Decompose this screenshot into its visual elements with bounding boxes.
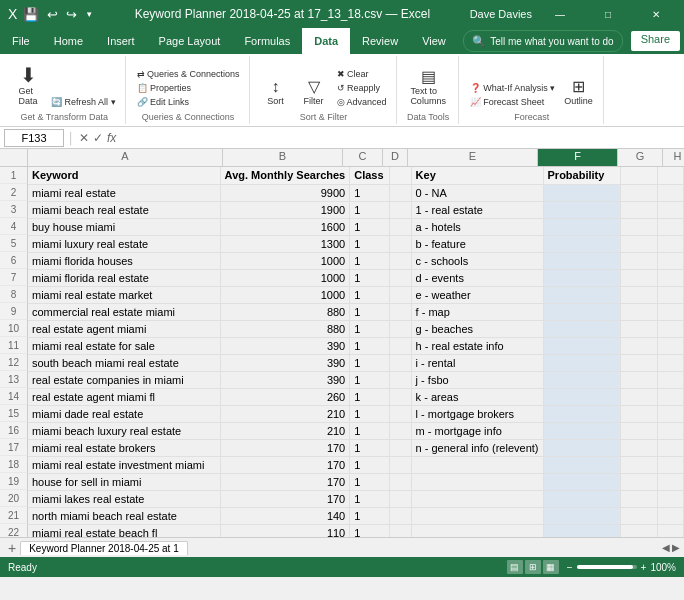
cell-A-13[interactable]: real estate companies in miami — [28, 371, 220, 388]
cell-F-5[interactable] — [543, 235, 620, 252]
cell-G-21[interactable] — [620, 507, 658, 524]
cell-G-8[interactable] — [620, 286, 658, 303]
refresh-all-button[interactable]: 🔄 Refresh All ▾ — [48, 96, 119, 108]
cell-D-18[interactable] — [389, 456, 411, 473]
maximize-button[interactable]: □ — [588, 0, 628, 28]
cell-H-1[interactable] — [658, 167, 684, 184]
cell-F-10[interactable] — [543, 320, 620, 337]
row-num-2[interactable]: 2 — [0, 184, 28, 201]
cell-G-22[interactable] — [620, 524, 658, 537]
cell-A-8[interactable]: miami real estate market — [28, 286, 220, 303]
cell-E-11[interactable]: h - real estate info — [411, 337, 543, 354]
cell-E-18[interactable] — [411, 456, 543, 473]
cell-C-8[interactable]: 1 — [350, 286, 390, 303]
cell-F-19[interactable] — [543, 473, 620, 490]
confirm-formula-icon[interactable]: ✓ — [93, 131, 103, 145]
cell-G-7[interactable] — [620, 269, 658, 286]
row-num-9[interactable]: 9 — [0, 303, 28, 320]
col-header-C[interactable]: C — [343, 149, 383, 166]
cell-E-1[interactable]: Key — [411, 167, 543, 184]
row-num-18[interactable]: 18 — [0, 456, 28, 473]
cell-B-9[interactable]: 880 — [220, 303, 350, 320]
tab-insert[interactable]: Insert — [95, 28, 147, 54]
cell-E-21[interactable] — [411, 507, 543, 524]
cell-D-9[interactable] — [389, 303, 411, 320]
cell-G-2[interactable] — [620, 184, 658, 201]
cell-B-3[interactable]: 1900 — [220, 201, 350, 218]
cell-D-17[interactable] — [389, 439, 411, 456]
cell-E-12[interactable]: i - rental — [411, 354, 543, 371]
cell-H-20[interactable] — [658, 490, 684, 507]
cell-C-2[interactable]: 1 — [350, 184, 390, 201]
cell-H-17[interactable] — [658, 439, 684, 456]
cell-G-10[interactable] — [620, 320, 658, 337]
cell-B-19[interactable]: 170 — [220, 473, 350, 490]
cell-G-5[interactable] — [620, 235, 658, 252]
row-num-21[interactable]: 21 — [0, 507, 28, 524]
cell-A-2[interactable]: miami real estate — [28, 184, 220, 201]
tell-me-input[interactable]: 🔍 Tell me what you want to do — [463, 30, 622, 52]
outline-button[interactable]: ⊞ Outline — [560, 77, 597, 108]
tab-review[interactable]: Review — [350, 28, 410, 54]
row-num-20[interactable]: 20 — [0, 490, 28, 507]
cell-E-20[interactable] — [411, 490, 543, 507]
cell-B-8[interactable]: 1000 — [220, 286, 350, 303]
cell-C-18[interactable]: 1 — [350, 456, 390, 473]
cell-A-21[interactable]: north miami beach real estate — [28, 507, 220, 524]
properties-button[interactable]: 📋 Properties — [134, 82, 243, 94]
cell-A-17[interactable]: miami real estate brokers — [28, 439, 220, 456]
cell-B-18[interactable]: 170 — [220, 456, 350, 473]
zoom-track[interactable] — [577, 565, 637, 569]
cell-F-14[interactable] — [543, 388, 620, 405]
cell-C-22[interactable]: 1 — [350, 524, 390, 537]
cell-G-9[interactable] — [620, 303, 658, 320]
cell-A-3[interactable]: miami beach real estate — [28, 201, 220, 218]
cell-E-9[interactable]: f - map — [411, 303, 543, 320]
cancel-formula-icon[interactable]: ✕ — [79, 131, 89, 145]
what-if-button[interactable]: ❓ What-If Analysis ▾ — [467, 82, 559, 94]
close-button[interactable]: ✕ — [636, 0, 676, 28]
cell-B-4[interactable]: 1600 — [220, 218, 350, 235]
cell-C-3[interactable]: 1 — [350, 201, 390, 218]
cell-F-9[interactable] — [543, 303, 620, 320]
row-num-16[interactable]: 16 — [0, 422, 28, 439]
cell-D-11[interactable] — [389, 337, 411, 354]
sort-button[interactable]: ↕ Sort — [258, 77, 294, 108]
cell-A-1[interactable]: Keyword — [28, 167, 220, 184]
cell-F-15[interactable] — [543, 405, 620, 422]
cell-H-3[interactable] — [658, 201, 684, 218]
cell-E-19[interactable] — [411, 473, 543, 490]
col-header-A[interactable]: A — [28, 149, 223, 166]
row-num-14[interactable]: 14 — [0, 388, 28, 405]
cell-H-2[interactable] — [658, 184, 684, 201]
cell-G-3[interactable] — [620, 201, 658, 218]
cell-C-14[interactable]: 1 — [350, 388, 390, 405]
cell-A-9[interactable]: commercial real estate miami — [28, 303, 220, 320]
row-num-13[interactable]: 13 — [0, 371, 28, 388]
row-num-4[interactable]: 4 — [0, 218, 28, 235]
cell-D-8[interactable] — [389, 286, 411, 303]
cell-C-6[interactable]: 1 — [350, 252, 390, 269]
add-sheet-button[interactable]: + — [4, 540, 20, 556]
cell-A-19[interactable]: house for sell in miami — [28, 473, 220, 490]
quick-access-save[interactable]: 💾 — [21, 5, 41, 24]
tab-view[interactable]: View — [410, 28, 458, 54]
cell-A-16[interactable]: miami beach luxury real estate — [28, 422, 220, 439]
cell-E-7[interactable]: d - events — [411, 269, 543, 286]
col-header-G[interactable]: G — [618, 149, 663, 166]
minimize-button[interactable]: — — [540, 0, 580, 28]
cell-H-9[interactable] — [658, 303, 684, 320]
cell-A-15[interactable]: miami dade real estate — [28, 405, 220, 422]
sheet-tab-1[interactable]: Keyword Planner 2018-04-25 at 1 — [20, 541, 188, 555]
col-header-D[interactable]: D — [383, 149, 408, 166]
cell-H-7[interactable] — [658, 269, 684, 286]
advanced-button[interactable]: ◎ Advanced — [334, 96, 390, 108]
cell-H-16[interactable] — [658, 422, 684, 439]
cell-E-6[interactable]: c - schools — [411, 252, 543, 269]
scroll-left-icon[interactable]: ◀ — [662, 542, 670, 553]
cell-G-1[interactable] — [620, 167, 658, 184]
quick-access-undo[interactable]: ↩ — [45, 5, 60, 24]
cell-F-16[interactable] — [543, 422, 620, 439]
cell-C-1[interactable]: Class — [350, 167, 390, 184]
cell-F-18[interactable] — [543, 456, 620, 473]
